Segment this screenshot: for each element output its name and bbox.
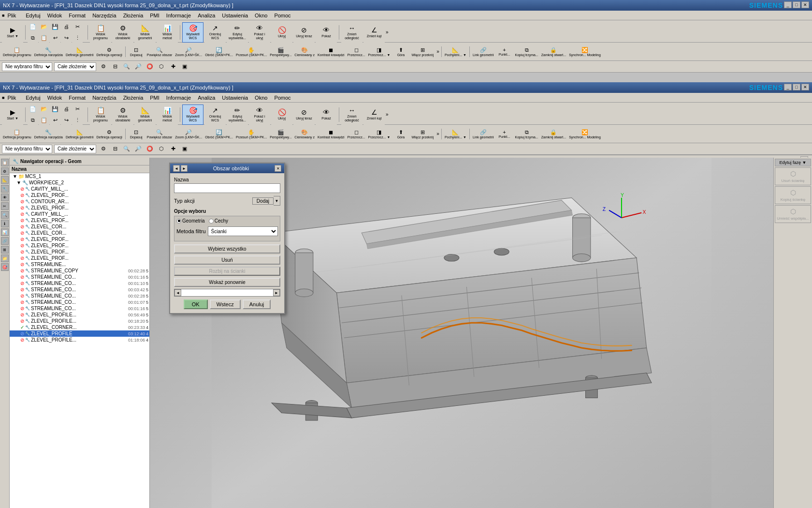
dopasuj-1[interactable]: ⊡ Dopasuj — [128, 44, 145, 60]
dialog-ok-btn[interactable]: OK — [184, 299, 208, 309]
scissors-btn-2[interactable]: ✂ — [72, 104, 83, 114]
place-btn[interactable]: ⬡ Umieść współpła... — [775, 205, 811, 223]
dialog-features-radio[interactable]: Cechy — [209, 218, 228, 224]
maximize-btn-1[interactable]: □ — [793, 1, 800, 8]
kontrast-krawedzi-2[interactable]: ◼ Kontrast krawędzi — [317, 126, 346, 142]
ukryj-2[interactable]: 🚫 Ukryj — [271, 105, 292, 125]
start-btn-2[interactable]: ▶ Start ▼ — [2, 105, 23, 125]
dialog-nav-next[interactable]: ► — [181, 165, 188, 172]
widok-programu-2[interactable]: 📋 Widok programu — [90, 105, 111, 125]
filter2-icon-6[interactable]: ⬡ — [156, 144, 167, 154]
undo-btn-2[interactable]: ↩ — [50, 115, 60, 125]
scroll-left-btn[interactable]: ◄ — [174, 289, 181, 296]
wlacz-przekroj-1[interactable]: ⊞ Włącz przekrój — [410, 44, 435, 60]
przezrocz-2a[interactable]: ◻ Przezrocz... — [347, 126, 366, 142]
sidebar-icon-8[interactable]: ℹ — [1, 220, 9, 227]
definicja-operacji-1[interactable]: ⚙ Definicja operacji — [96, 44, 123, 60]
copy-btn-2[interactable]: ⧉ — [28, 115, 38, 125]
cieniowany-1[interactable]: 🎨 Cieniowany z — [293, 44, 316, 60]
assembly-select-1[interactable]: Całe złożenie — [54, 62, 96, 71]
maximize-btn-2[interactable]: □ — [793, 84, 800, 90]
menu-format-2[interactable]: Format — [66, 94, 88, 101]
new-btn-2[interactable]: 📄 — [28, 104, 38, 114]
redo-btn-1[interactable]: ↪ — [61, 32, 72, 43]
nav-item-streamline-co-4[interactable]: ⊘ 🔧 STREAMLINE_CO... 00:02:28 5 — [10, 293, 149, 299]
print-btn-1[interactable]: 🖨 — [61, 21, 72, 32]
perspektywy-2[interactable]: 🎬 Perspektywy... — [269, 126, 292, 142]
filter2-icon-1[interactable]: ⚙ — [98, 144, 109, 154]
menu-plik-1[interactable]: Plik — [4, 12, 19, 19]
scroll-right-btn[interactable]: ► — [273, 289, 280, 296]
menu-zlozenia-1[interactable]: Złożenia — [120, 12, 146, 19]
nav-item-zlevel-prof-6[interactable]: ⊘ 🔧 ZLEVEL_PROF... — [10, 249, 149, 255]
filter-method-select[interactable]: Ścianki — [208, 226, 278, 236]
nav-item-zlevel-profile-selected[interactable]: ⊘ 🔧 ZLEVEL_PROFILE 03:12:40 4 — [10, 330, 149, 337]
filter-icon-3[interactable]: 🔍 — [121, 61, 132, 72]
paste-btn-2[interactable]: 📋 — [39, 115, 49, 125]
nav-item-zlevel-profile-last[interactable]: ⊘ 🔧 ZLEVEL_PROFILE... 01:18:06 4 — [10, 337, 149, 343]
widok-geometrii-1[interactable]: 📐 Widok geometrii — [134, 22, 156, 43]
dialog-geometry-radio[interactable]: Geometria — [176, 218, 205, 224]
dialog-add-dropdown[interactable]: ▼ — [274, 196, 280, 206]
minimize-btn-2[interactable]: _ — [784, 84, 792, 90]
zoom-1[interactable]: 🔎 Zoom (LKM+ŚK... — [174, 44, 203, 60]
menu-pomoc-2[interactable]: Pomoc — [271, 94, 293, 101]
powieksz-obszar-1[interactable]: 🔍 Powiększ obszar — [146, 44, 174, 60]
synchron-modeling-2[interactable]: 🔀 Synchron... Modeling — [568, 126, 602, 142]
widok-geometrii-2[interactable]: 📐 Widok geometrii — [134, 105, 156, 125]
zamknij-otwart-2[interactable]: 🔒 Zamknij otwart... — [540, 126, 567, 142]
widok-metod-1[interactable]: 📊 Widok metod — [157, 22, 178, 43]
scissors-btn-1[interactable]: ✂ — [72, 21, 83, 32]
edytuj-wyswietla-2[interactable]: ✏ Edytuj wyświetla... — [227, 105, 248, 125]
ukryj-1[interactable]: 🚫 Ukryj — [271, 22, 292, 43]
kontrast-krawedzi-1[interactable]: ◼ Kontrast krawędzi — [317, 44, 346, 60]
przezrocz2-1[interactable]: ◨ Przezrocz... ▼ — [367, 44, 392, 60]
sidebar-icon-11[interactable]: ⊞ — [1, 246, 9, 254]
menu-edytuj-1[interactable]: Edytuj — [23, 12, 44, 19]
menu-widok-1[interactable]: Widok — [44, 12, 65, 19]
dialog-nav-prev[interactable]: ◄ — [173, 165, 180, 172]
filter-icon-7[interactable]: ✚ — [168, 61, 178, 72]
menu-narzedzia-2[interactable]: Narzędzia — [89, 94, 119, 101]
definicja-narzedzia-1[interactable]: 🔧 Definicja narzędzia — [33, 44, 64, 60]
save-btn-2[interactable]: 💾 — [50, 104, 60, 114]
sidebar-icon-9[interactable]: 📊 — [1, 228, 9, 236]
nav-item-mcs1[interactable]: ▼ 📁 MCS_1 — [10, 173, 149, 179]
pokaz-2[interactable]: 👁 Pokaż — [316, 105, 337, 125]
dialog-add-button[interactable]: Dodaj — [252, 197, 274, 205]
menu-pomoc-1[interactable]: Pomoc — [271, 12, 293, 19]
obszar-obrobki-dialog[interactable]: ◄ ► Obszar obróbki ✕ Nazwa Typ akcji — [169, 163, 285, 314]
nav-item-zlevel-prof-1[interactable]: ⊘ 🔧 ZLEVEL_PROF... — [10, 192, 149, 198]
dialog-remove-btn[interactable]: Usuń — [174, 255, 280, 265]
nav-item-zlevel-prof-4[interactable]: ⊘ 🔧 ZLEVEL_PROF... — [10, 236, 149, 242]
wyswietl-wcs-2[interactable]: 🎯 Wyświetl WCS — [182, 105, 203, 125]
przesun-1[interactable]: ✋ Przesuń (ŚKM+PK... — [235, 44, 268, 60]
filter2-icon-7[interactable]: ✚ — [168, 144, 178, 154]
dialog-cancel-btn[interactable]: Anuluj — [243, 299, 271, 309]
gora-1[interactable]: ⬆ Góra — [392, 44, 409, 60]
nav-item-zlevel-prof-3[interactable]: ⊘ 🔧 ZLEVEL_PROF... — [10, 217, 149, 224]
nav-item-streamline-co-2[interactable]: ⊘ 🔧 STREAMLINE_CO... 00:01:10 5 — [10, 280, 149, 286]
punkt-2[interactable]: + Punkt... — [496, 126, 513, 142]
nav-item-contour-ar[interactable]: ⊘ 🔧 CONTOUR_AR... — [10, 198, 149, 205]
filter-icon-5[interactable]: ⭕ — [145, 61, 155, 72]
sidebar-icon-6[interactable]: ✂ — [1, 202, 9, 210]
filter2-icon-8[interactable]: ▣ — [179, 144, 190, 154]
filter2-icon-5[interactable]: ⭕ — [145, 144, 155, 154]
menu-plik-2[interactable]: Plik — [4, 94, 19, 101]
obroc-1[interactable]: 🔄 Obróć (ŚKM+PK... — [204, 44, 234, 60]
kopiuj-trzyma-1[interactable]: ⧉ Kopiuj trzyma... — [514, 44, 539, 60]
definicja-programu-1[interactable]: 📋 Definicja programu — [2, 44, 32, 60]
nav-item-zlevel-prof-2[interactable]: ⊘ 🔧 ZLEVEL_PROF... — [10, 205, 149, 211]
zmien-odleglosc-2[interactable]: ↔ Zmień odległość — [341, 105, 362, 125]
przezrocz-2b[interactable]: ◨ Przezrocz... ▼ — [367, 126, 392, 142]
powieksz-obszar-2[interactable]: 🔍 Powiększ obszar — [146, 126, 174, 142]
sidebar-icon-7[interactable]: 🔍 — [1, 211, 9, 219]
link-geometrii-2[interactable]: 🔗 Link geometrii — [472, 126, 495, 142]
zmien-odleglosc-1[interactable]: ↔ Zmień odległość — [341, 22, 362, 43]
obroc-2[interactable]: 🔄 Obróć (ŚKM+PK... — [204, 126, 234, 142]
pochylenie-1[interactable]: 📐 Pochyleni... ▼ — [444, 44, 467, 60]
filter2-icon-3[interactable]: 🔍 — [121, 144, 132, 154]
synchron-modeling-1[interactable]: 🔀 Synchron... Modeling — [568, 44, 602, 60]
menu-narzedzia-1[interactable]: Narzędzia — [89, 12, 119, 19]
